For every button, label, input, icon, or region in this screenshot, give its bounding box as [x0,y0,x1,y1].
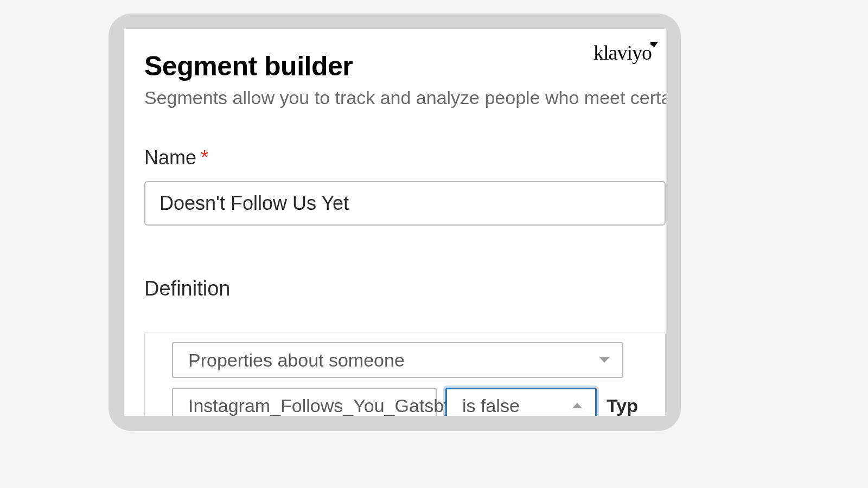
name-field-label: Name* [144,146,666,169]
page-subtitle: Segments allow you to track and analyze … [144,87,666,108]
operator-dropdown[interactable]: is false [445,388,597,416]
condition-type-dropdown[interactable]: Properties about someone [172,342,623,378]
property-value: Instagram_Follows_You_Gatsby [188,395,453,416]
segment-name-input[interactable] [144,181,666,226]
type-label-partial: Typ [607,395,638,416]
property-dropdown[interactable]: Instagram_Follows_You_Gatsby [172,388,437,416]
name-label-text: Name [144,146,196,169]
brand-logo-text: klaviyo [593,41,652,64]
condition-row: Instagram_Follows_You_Gatsby is false Ty… [172,388,638,416]
main-content: Segment builder Segments allow you to tr… [124,50,666,416]
brand-logo-flag-icon [650,42,658,47]
chevron-down-icon [599,357,609,363]
device-frame: klaviyo Segment builder Segments allow y… [108,14,681,431]
condition-type-value: Properties about someone [188,350,405,371]
chevron-up-icon [572,403,582,408]
brand-logo: klaviyo [593,41,658,65]
definition-container: Properties about someone Instagram_Follo… [144,332,666,416]
page-title: Segment builder [144,50,666,82]
app-screen: klaviyo Segment builder Segments allow y… [124,29,666,416]
definition-section-title: Definition [144,277,666,300]
operator-value: is false [462,395,520,416]
required-indicator: * [201,146,208,169]
